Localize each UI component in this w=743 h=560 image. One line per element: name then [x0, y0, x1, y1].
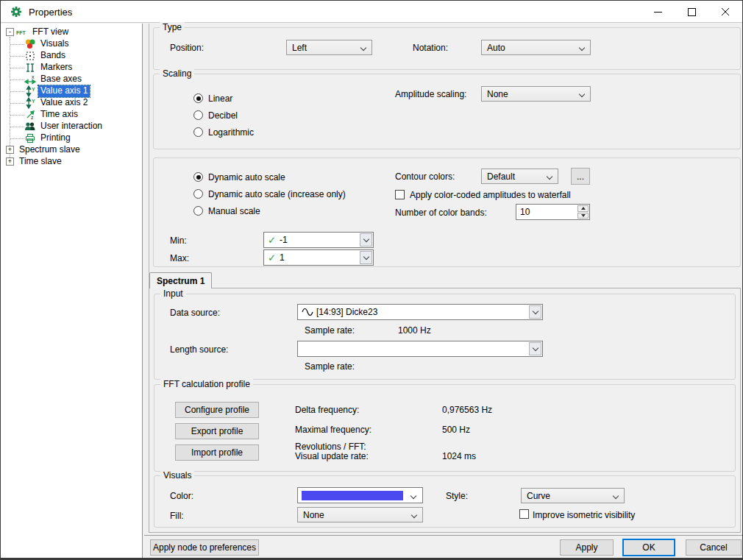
linear-label: Linear — [208, 93, 232, 104]
position-label: Position: — [170, 43, 204, 53]
data-source-select[interactable]: [14:93] Dicke23 — [297, 304, 543, 320]
down-arrow-icon — [581, 214, 586, 217]
svg-text:Y: Y — [32, 87, 35, 92]
group-title: Type — [160, 22, 185, 32]
contour-colors-select[interactable]: Default — [481, 169, 558, 184]
sine-wave-icon — [302, 307, 313, 317]
notation-select[interactable]: Auto — [481, 40, 591, 55]
decibel-radio[interactable] — [193, 110, 203, 120]
notation-label: Notation: — [413, 43, 448, 53]
apply-button[interactable]: Apply — [560, 539, 614, 556]
tree-item-base-axes[interactable]: x Base axes — [1, 74, 142, 85]
spin-down-button[interactable] — [577, 213, 589, 219]
tab-spectrum-1[interactable]: Spectrum 1 — [149, 272, 212, 288]
length-source-label: Length source: — [170, 344, 228, 355]
manual-scale-label: Manual scale — [208, 206, 260, 216]
tree-item-spectrum-slave[interactable]: + Spectrum slave — [1, 144, 142, 156]
delta-frequency-label: Delta frequency: — [295, 405, 359, 415]
contour-colors-more-button[interactable]: ... — [571, 168, 590, 185]
update-rate-label: Visual update rate: — [295, 451, 369, 461]
chevron-down-icon — [410, 493, 416, 499]
dropdown-button[interactable] — [360, 233, 372, 247]
tree-item-value-axis-2[interactable]: Y Value axis 2 — [1, 97, 142, 109]
dropdown-button[interactable] — [529, 305, 541, 319]
tree-item-label: Time axis — [38, 109, 80, 121]
linear-radio[interactable] — [193, 93, 203, 103]
value-axis-icon: Y — [24, 85, 36, 97]
tree-item-time-axis[interactable]: z Time axis — [1, 109, 142, 121]
ok-button[interactable]: OK — [622, 539, 675, 556]
color-select[interactable] — [297, 487, 423, 503]
tree-item-label: Base axes — [38, 74, 84, 85]
color-bands-stepper[interactable]: 10 — [516, 204, 590, 220]
position-select[interactable]: Left — [286, 40, 372, 55]
dynamic-increase-radio[interactable] — [193, 189, 203, 199]
configure-profile-button[interactable]: Configure profile — [175, 402, 259, 418]
apply-node-to-preferences-button[interactable]: Apply node to preferences — [150, 539, 259, 556]
base-axes-icon: x — [24, 74, 36, 85]
fill-select[interactable]: None — [297, 507, 423, 522]
properties-window: Properties - FFT FFT view Visuals — [0, 0, 743, 560]
isometric-checkbox[interactable] — [519, 509, 529, 519]
tree-item-visuals[interactable]: Visuals — [1, 38, 142, 50]
maximize-button[interactable] — [675, 1, 708, 23]
dropdown-button[interactable] — [529, 342, 541, 355]
logarithmic-radio[interactable] — [193, 127, 203, 137]
tree-item-label: Value axis 2 — [38, 97, 90, 109]
length-source-select[interactable] — [297, 341, 543, 357]
close-button[interactable] — [708, 1, 742, 23]
chevron-down-icon — [363, 235, 369, 241]
svg-text:z: z — [31, 115, 34, 120]
tree-item-value-axis-1[interactable]: Y Value axis 1 — [1, 85, 142, 97]
tree-item-markers[interactable]: Markers — [1, 62, 142, 74]
chevron-down-icon — [613, 493, 619, 499]
tree-item-bands[interactable]: Bands — [1, 50, 142, 62]
up-arrow-icon — [581, 207, 586, 210]
min-label: Min: — [170, 235, 187, 246]
footer-divider — [144, 535, 743, 536]
group-title: Scaling — [160, 68, 194, 79]
minimize-button[interactable] — [641, 1, 675, 23]
waterfall-checkbox[interactable] — [395, 190, 405, 199]
sample-rate-label: Sample rate: — [305, 325, 355, 336]
time-axis-icon: z — [24, 109, 36, 121]
dynamic-auto-scale-radio[interactable] — [193, 172, 203, 182]
logarithmic-label: Logarithmic — [208, 127, 254, 138]
expand-icon[interactable]: + — [6, 157, 14, 166]
tree-item-time-slave[interactable]: + Time slave — [1, 156, 142, 168]
max-combobox[interactable]: ✓ 1 — [263, 249, 374, 266]
dropdown-button[interactable] — [360, 251, 372, 264]
user-interaction-icon — [24, 121, 36, 132]
markers-icon — [24, 62, 36, 74]
tree-item-printing[interactable]: Printing — [1, 132, 142, 144]
maximal-frequency-label: Maximal frequency: — [295, 425, 372, 435]
dynamic-increase-label: Dynamic auto scale (increase only) — [208, 189, 346, 199]
amplitude-scaling-label: Amplitude scaling: — [395, 89, 466, 99]
min-combobox[interactable]: ✓ -1 — [263, 232, 374, 248]
chevron-down-icon — [363, 253, 369, 259]
max-label: Max: — [170, 253, 189, 263]
expand-icon[interactable]: + — [6, 146, 14, 154]
import-profile-button[interactable]: Import profile — [175, 444, 259, 461]
manual-scale-radio[interactable] — [193, 206, 203, 216]
dynamic-auto-scale-label: Dynamic auto scale — [208, 172, 285, 182]
tree-item-label: Markers — [38, 62, 74, 74]
amplitude-scaling-select[interactable]: None — [481, 86, 591, 102]
style-label: Style: — [446, 491, 468, 501]
collapse-icon[interactable]: - — [6, 28, 14, 36]
tree-item-user-interaction[interactable]: User interaction — [1, 121, 142, 132]
tree-item-label-selected: Value axis 1 — [38, 85, 90, 97]
visuals-group: Visuals — [154, 475, 736, 528]
style-select[interactable]: Curve — [521, 488, 625, 503]
fft-icon: FFT — [16, 26, 31, 38]
spin-up-button[interactable] — [577, 205, 589, 212]
tree-item-label: User interaction — [38, 121, 104, 132]
tree-item-label: Bands — [38, 50, 68, 62]
tree-item-label: Printing — [38, 132, 73, 144]
tree-item-fft-view[interactable]: - FFT FFT view — [1, 26, 142, 38]
cancel-button[interactable]: Cancel — [686, 539, 742, 556]
waterfall-checkbox-label: Apply color-coded amplitudes to waterfal… — [410, 190, 571, 200]
chevron-down-icon — [411, 512, 417, 518]
gear-icon — [10, 6, 22, 18]
export-profile-button[interactable]: Export profile — [175, 423, 259, 439]
